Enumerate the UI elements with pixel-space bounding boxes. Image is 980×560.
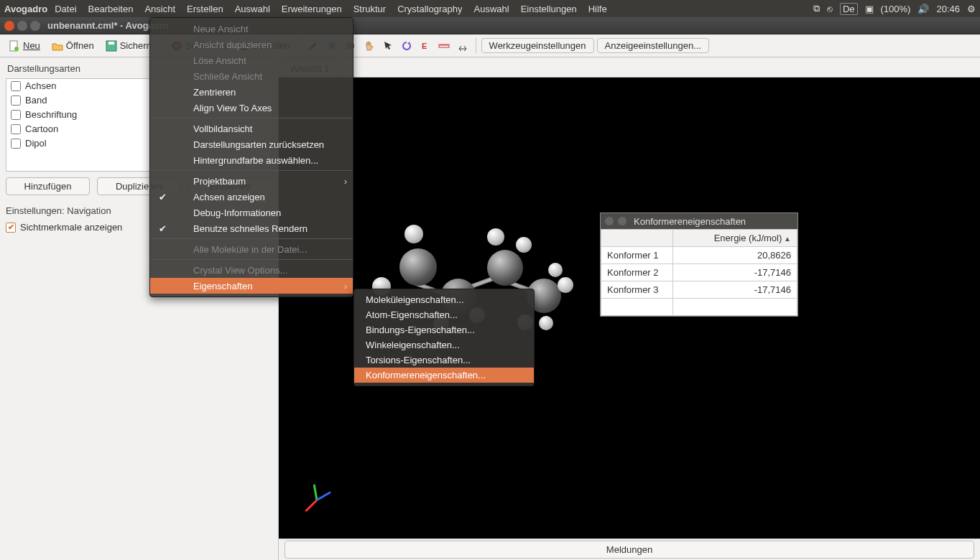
new-icon (9, 40, 20, 52)
menu-hilfe[interactable]: Hilfe (583, 4, 613, 14)
rotate-tool-icon[interactable] (399, 38, 415, 54)
open-button[interactable]: Öffnen (47, 39, 98, 53)
eigenschaften-item[interactable]: Torsions-Eigenschaften... (354, 353, 534, 368)
ansicht-item: Crystal View Options... (150, 262, 353, 278)
ansicht-item[interactable]: Align View To Axes (150, 100, 353, 116)
show-features-label: Sichtmerkmale anzeigen (20, 222, 122, 233)
ruler-tool-icon[interactable] (436, 38, 452, 54)
menu-ansicht[interactable]: Ansicht (139, 4, 181, 14)
align-tool-icon[interactable] (455, 38, 471, 54)
menu-auswahl-2[interactable]: Auswahl (468, 4, 514, 14)
window-minimize-button[interactable] (17, 21, 27, 31)
menu-crystallography[interactable]: Crystallography (392, 4, 468, 14)
ansicht-item[interactable]: Eigenschaften (150, 278, 353, 294)
axes-gizmo (299, 481, 335, 517)
window-titlebar: unbenannt.cml* - Avogadro (0, 17, 980, 34)
ansicht-item[interactable]: Debug-Informationen (150, 205, 353, 220)
checkbox-cartoon[interactable] (11, 124, 21, 134)
save-button[interactable]: Sichern (101, 39, 156, 53)
main-toolbar: Neu Öffnen Sichern Schließen Beenden 90 … (0, 34, 980, 57)
battery-icon[interactable]: ▣ (865, 4, 874, 14)
clock[interactable]: 20:46 (936, 4, 960, 14)
conformer-close-icon[interactable] (605, 217, 614, 225)
menu-struktur[interactable]: Struktur (348, 4, 392, 14)
battery-text: (100%) (881, 4, 911, 14)
new-button[interactable]: Neu (4, 39, 45, 53)
dropbox-icon[interactable]: ⧉ (813, 3, 820, 14)
add-button[interactable]: Hinzufügen (6, 177, 90, 195)
menu-erstellen[interactable]: Erstellen (181, 4, 229, 14)
measure-tool-icon[interactable]: E (417, 38, 433, 54)
ansicht-item: Ansicht duplizieren (150, 37, 353, 52)
system-tray: ⧉ ⎋ De ▣ (100%) 🔊 20:46 ⚙ (813, 3, 976, 15)
svg-text:E: E (422, 42, 427, 50)
show-features-checkbox[interactable] (6, 223, 16, 233)
conformer-title-text: Konformereneigenschaften (631, 216, 793, 227)
table-row[interactable]: Konformer 3-17,7146 (601, 281, 798, 299)
eigenschaften-item[interactable]: Moleküleigenschaften... (354, 292, 534, 307)
ubuntu-menubar: Avogadro Datei Bearbeiten Ansicht Erstel… (0, 0, 980, 17)
checkbox-band[interactable] (11, 95, 21, 106)
meldungen-button[interactable]: Meldungen (285, 541, 974, 559)
window-close-button[interactable] (4, 21, 14, 31)
ansicht-item: Alle Moleküle in der Datei... (150, 241, 353, 257)
open-icon (52, 40, 63, 52)
ansicht-item: Schließe Ansicht (150, 68, 353, 84)
eigenschaften-item[interactable]: Winkeleigenschaften... (354, 337, 534, 353)
ansicht-item[interactable]: Zentrieren (150, 84, 353, 100)
ansicht-item[interactable]: Darstellungsarten zurücksetzen (150, 136, 353, 152)
volume-icon[interactable]: 🔊 (917, 4, 929, 14)
svg-rect-3 (108, 42, 114, 45)
app-name: Avogadro (4, 4, 47, 14)
checkbox-dipol[interactable] (11, 139, 21, 149)
wifi-icon[interactable]: ⎋ (827, 4, 833, 14)
ansicht-item: Löse Ansicht (150, 52, 353, 68)
gear-icon[interactable]: ⚙ (967, 4, 976, 14)
eigenschaften-item[interactable]: Konformereneigenschaften... (354, 368, 534, 383)
ansicht-item[interactable]: ✔Achsen anzeigen (150, 189, 353, 205)
table-row[interactable]: Konformer 2-17,7146 (601, 264, 798, 281)
eigenschaften-item[interactable]: Bindungs-Eigenschaften... (354, 322, 534, 337)
ansicht-item[interactable]: Projektbaum (150, 173, 353, 189)
conf-col-energy[interactable]: Energie (kJ/mol) (673, 230, 798, 247)
save-icon (106, 40, 117, 52)
ansicht-item[interactable]: ✔Benutze schnelles Rendern (150, 220, 353, 236)
ansicht-dropdown[interactable]: Neue AnsichtAnsicht duplizierenLöse Ansi… (149, 17, 353, 297)
eigenschaften-submenu[interactable]: Moleküleigenschaften...Atom-Eigenschafte… (353, 289, 535, 386)
conf-col-name[interactable] (601, 230, 673, 247)
menu-einstellungen[interactable]: Einstellungen (515, 4, 583, 14)
keyboard-lang[interactable]: De (840, 3, 858, 15)
menu-auswahl[interactable]: Auswahl (229, 4, 276, 14)
eigenschaften-item[interactable]: Atom-Eigenschaften... (354, 307, 534, 322)
conformer-table[interactable]: Energie (kJ/mol) Konformer 120,8626Konfo… (601, 229, 798, 316)
menu-datei[interactable]: Datei (49, 4, 82, 14)
view-tabs: Ansicht 1 (279, 57, 980, 78)
display-settings-button[interactable]: Anzeigeeinstellungen... (597, 38, 709, 53)
tool-settings-button[interactable]: Werkzeugeinstellungen (481, 38, 594, 53)
window-maximize-button[interactable] (30, 21, 40, 31)
svg-point-1 (14, 47, 19, 51)
conformer-properties-window[interactable]: Konformereneigenschaften Energie (kJ/mol… (600, 213, 798, 317)
conformer-window-titlebar[interactable]: Konformereneigenschaften (601, 213, 798, 229)
ansicht-item: Neue Ansicht (150, 21, 353, 37)
table-row[interactable]: Konformer 120,8626 (601, 247, 798, 264)
ansicht-item[interactable]: Hintergrundfarbe auswählen... (150, 152, 353, 168)
ansicht-item[interactable]: Vollbildansicht (150, 121, 353, 136)
checkbox-achsen[interactable] (11, 81, 21, 91)
menu-erweiterungen[interactable]: Erweiterungen (276, 4, 348, 14)
hand-tool-icon[interactable] (361, 38, 377, 54)
select-tool-icon[interactable] (380, 38, 396, 54)
checkbox-beschriftung[interactable] (11, 110, 21, 120)
conformer-min-icon[interactable] (618, 217, 627, 225)
menu-bearbeiten[interactable]: Bearbeiten (83, 4, 139, 14)
